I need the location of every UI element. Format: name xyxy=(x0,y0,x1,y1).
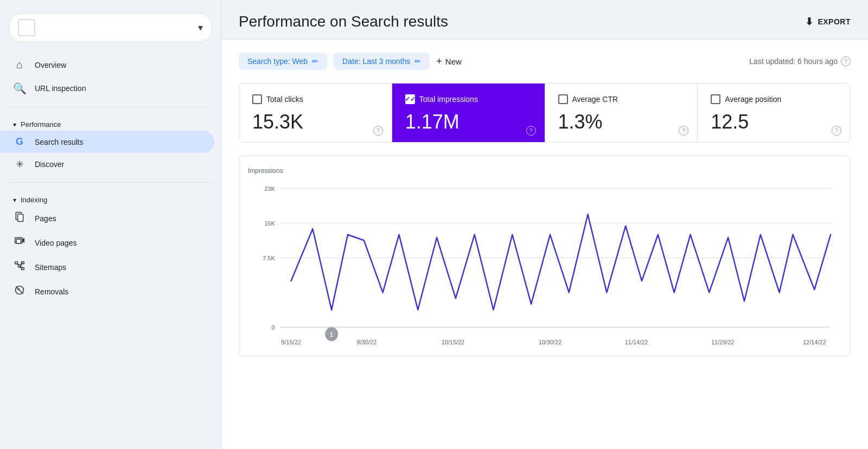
removals-icon xyxy=(13,285,26,298)
svg-text:10/30/22: 10/30/22 xyxy=(539,339,562,345)
svg-text:12/14/22: 12/14/22 xyxy=(803,339,826,345)
google-icon: G xyxy=(13,136,26,147)
search-type-label: Search type: Web xyxy=(247,57,308,66)
sidebar-section-indexing[interactable]: ▾ Indexing xyxy=(0,189,221,206)
metric-card-total-clicks[interactable]: Total clicks 15.3K ? xyxy=(239,84,392,142)
metric-value-clicks: 15.3K xyxy=(252,111,379,133)
metric-help-icon-clicks[interactable]: ? xyxy=(373,126,383,136)
metric-card-average-position[interactable]: Average position 12.5 ? xyxy=(698,84,850,142)
metric-card-total-impressions[interactable]: ✓ Total impressions 1.17M ? xyxy=(392,84,545,142)
main-content: Search type: Web ✏ Date: Last 3 months ✏… xyxy=(221,40,868,449)
metric-label-ctr: Average CTR xyxy=(572,95,618,104)
sidebar-item-removals[interactable]: Removals xyxy=(0,279,214,304)
sidebar-item-label: Pages xyxy=(35,214,56,223)
svg-text:9/30/22: 9/30/22 xyxy=(357,339,376,345)
property-icon xyxy=(18,19,35,36)
edit-icon-2: ✏ xyxy=(414,57,421,66)
chevron-down-icon: ▾ xyxy=(198,22,203,34)
sidebar-item-label: Sitemaps xyxy=(35,263,66,272)
sidebar-item-video-pages[interactable]: Video pages xyxy=(0,230,214,255)
export-label: EXPORT xyxy=(818,17,851,26)
metric-value-position: 12.5 xyxy=(711,111,837,133)
svg-line-12 xyxy=(16,286,23,293)
sidebar-divider xyxy=(9,107,212,107)
sidebar-item-url-inspection[interactable]: 🔍 URL inspection xyxy=(0,76,214,100)
asterisk-icon: ✳ xyxy=(13,158,26,170)
metric-header: Average position xyxy=(711,94,837,104)
last-updated-help-icon[interactable]: ? xyxy=(841,56,851,66)
caret-icon: ▾ xyxy=(13,121,16,129)
edit-icon: ✏ xyxy=(312,57,318,66)
svg-rect-4 xyxy=(15,262,18,264)
sidebar-item-sitemaps[interactable]: Sitemaps xyxy=(0,255,214,279)
svg-text:0: 0 xyxy=(272,324,275,330)
sidebar-divider-2 xyxy=(9,182,212,183)
new-filter-button[interactable]: + New xyxy=(436,56,462,67)
metric-checkbox-ctr[interactable] xyxy=(558,94,568,104)
svg-line-8 xyxy=(16,264,20,265)
home-icon: ⌂ xyxy=(13,59,26,71)
plus-icon: + xyxy=(436,56,442,67)
page-header: Performance on Search results ⬇ EXPORT xyxy=(221,0,868,40)
svg-text:9/15/22: 9/15/22 xyxy=(281,339,301,345)
svg-text:7.5K: 7.5K xyxy=(263,254,275,261)
svg-text:10/15/22: 10/15/22 xyxy=(442,339,465,345)
metric-help-icon-position[interactable]: ? xyxy=(832,126,841,136)
svg-rect-3 xyxy=(16,239,21,243)
svg-text:23K: 23K xyxy=(264,185,275,191)
sidebar: ▾ ⌂ Overview 🔍 URL inspection ▾ Performa… xyxy=(0,0,221,449)
metric-label-clicks: Total clicks xyxy=(266,95,303,104)
metric-help-icon-ctr[interactable]: ? xyxy=(679,126,688,136)
sidebar-item-discover[interactable]: ✳ Discover xyxy=(0,153,214,176)
chart-container: 23K 15K 7.5K 0 9/15/22 9/30/22 10/15/22 … xyxy=(248,177,841,350)
svg-text:1: 1 xyxy=(330,331,333,338)
metric-header: Average CTR xyxy=(558,94,685,104)
search-icon: 🔍 xyxy=(13,82,26,95)
sidebar-item-pages[interactable]: Pages xyxy=(0,206,214,230)
metric-cards: Total clicks 15.3K ? ✓ Total impressions… xyxy=(239,83,851,143)
section-label: Indexing xyxy=(21,196,47,204)
metric-checkbox-clicks[interactable] xyxy=(252,94,262,104)
sidebar-item-overview[interactable]: ⌂ Overview xyxy=(0,53,214,76)
metric-header: Total clicks xyxy=(252,94,379,104)
sidebar-item-label: Removals xyxy=(35,287,68,296)
sidebar-item-label: Search results xyxy=(35,138,83,146)
metric-checkbox-impressions[interactable]: ✓ xyxy=(405,94,415,104)
chart-y-axis-label: Impressions xyxy=(248,167,841,175)
export-button[interactable]: ⬇ EXPORT xyxy=(805,16,851,28)
last-updated: Last updated: 6 hours ago ? xyxy=(749,56,851,66)
page-title: Performance on Search results xyxy=(239,13,448,30)
date-label: Date: Last 3 months xyxy=(342,57,410,66)
pages-icon xyxy=(13,211,26,225)
metric-label-impressions: Total impressions xyxy=(419,95,478,104)
metric-value-impressions: 1.17M xyxy=(405,111,532,133)
new-label: New xyxy=(445,57,462,66)
search-type-filter[interactable]: Search type: Web ✏ xyxy=(239,53,327,70)
video-icon xyxy=(13,236,26,249)
sidebar-item-label: URL inspection xyxy=(35,84,86,93)
metric-header: ✓ Total impressions xyxy=(405,94,532,104)
export-icon: ⬇ xyxy=(805,16,814,28)
sidebar-section-performance[interactable]: ▾ Performance xyxy=(0,114,221,131)
chart-section: Impressions 23K 15K 7.5K 0 9/15/ xyxy=(239,156,851,356)
sidebar-item-label: Discover xyxy=(35,160,64,169)
filter-bar: Search type: Web ✏ Date: Last 3 months ✏… xyxy=(239,53,851,70)
sitemaps-icon xyxy=(13,260,26,274)
svg-rect-1 xyxy=(18,214,23,221)
date-filter[interactable]: Date: Last 3 months ✏ xyxy=(334,53,430,70)
metric-value-ctr: 1.3% xyxy=(558,111,685,133)
svg-text:15K: 15K xyxy=(264,220,275,226)
metric-checkbox-position[interactable] xyxy=(711,94,720,104)
sidebar-item-label: Video pages xyxy=(35,239,77,247)
main-content-area: Performance on Search results ⬇ EXPORT S… xyxy=(221,0,868,449)
section-label: Performance xyxy=(21,120,61,129)
metric-help-icon-impressions[interactable]: ? xyxy=(526,126,536,136)
last-updated-text: Last updated: 6 hours ago xyxy=(749,57,838,66)
chart-svg: 23K 15K 7.5K 0 9/15/22 9/30/22 10/15/22 … xyxy=(248,177,841,350)
metric-card-average-ctr[interactable]: Average CTR 1.3% ? xyxy=(545,84,698,142)
property-selector[interactable]: ▾ xyxy=(9,13,212,42)
svg-text:11/29/22: 11/29/22 xyxy=(711,339,735,345)
caret-icon-2: ▾ xyxy=(13,196,16,204)
sidebar-item-search-results[interactable]: G Search results xyxy=(0,131,214,153)
svg-text:11/14/22: 11/14/22 xyxy=(625,339,648,345)
